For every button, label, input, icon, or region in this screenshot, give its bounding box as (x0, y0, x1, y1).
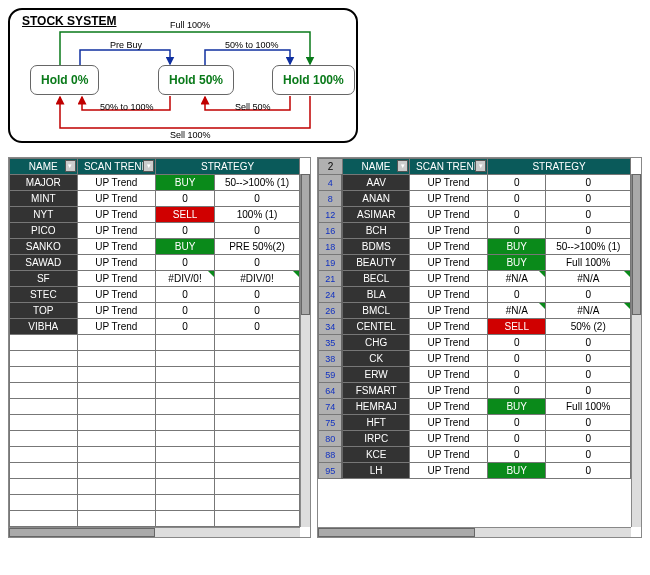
value-cell[interactable]: 0 (546, 335, 631, 351)
value-cell[interactable]: 0 (546, 367, 631, 383)
name-cell[interactable]: MINT (10, 191, 78, 207)
signal-cell[interactable]: 0 (156, 223, 215, 239)
name-cell[interactable]: BCH (342, 223, 409, 239)
value-cell[interactable]: PRE 50%(2) (214, 239, 299, 255)
rownum-cell[interactable]: 16 (319, 223, 343, 239)
scan-cell[interactable]: UP Trend (77, 191, 156, 207)
scan-cell[interactable]: UP Trend (410, 335, 488, 351)
scan-cell[interactable]: UP Trend (77, 255, 156, 271)
rownum-cell[interactable]: 88 (319, 447, 343, 463)
table-row[interactable]: NYTUP TrendSELL100% (1) (10, 207, 300, 223)
rownum-cell[interactable]: 19 (319, 255, 343, 271)
scan-cell[interactable]: UP Trend (410, 367, 488, 383)
value-cell[interactable]: 50-->100% (1) (214, 175, 299, 191)
value-cell[interactable]: Full 100% (546, 255, 631, 271)
rownum-cell[interactable]: 18 (319, 239, 343, 255)
signal-cell[interactable]: BUY (156, 239, 215, 255)
scan-cell[interactable]: UP Trend (410, 415, 488, 431)
name-cell[interactable]: HFT (342, 415, 409, 431)
rownum-cell[interactable]: 26 (319, 303, 343, 319)
table-row[interactable]: 12ASIMARUP Trend00 (319, 207, 631, 223)
dropdown-icon[interactable]: ▾ (143, 160, 154, 172)
scan-cell[interactable]: UP Trend (410, 383, 488, 399)
col-scan[interactable]: SCAN TREND▾ (410, 159, 488, 175)
table-row[interactable]: 74HEMRAJUP TrendBUYFull 100% (319, 399, 631, 415)
scan-cell[interactable]: UP Trend (77, 287, 156, 303)
value-cell[interactable]: 50-->100% (1) (546, 239, 631, 255)
rownum-cell[interactable]: 21 (319, 271, 343, 287)
table-row[interactable]: 75HFTUP Trend00 (319, 415, 631, 431)
value-cell[interactable]: #N/A (546, 271, 631, 287)
scan-cell[interactable]: UP Trend (410, 175, 488, 191)
scan-cell[interactable]: UP Trend (410, 319, 488, 335)
name-cell[interactable]: TOP (10, 303, 78, 319)
table-row[interactable] (10, 351, 300, 367)
rownum-cell[interactable]: 64 (319, 383, 343, 399)
scan-cell[interactable]: UP Trend (77, 303, 156, 319)
value-cell[interactable]: #N/A (546, 303, 631, 319)
signal-cell[interactable]: BUY (488, 255, 546, 271)
value-cell[interactable]: 0 (546, 463, 631, 479)
signal-cell[interactable]: 0 (488, 383, 546, 399)
rownum-cell[interactable]: 95 (319, 463, 343, 479)
table-row[interactable]: VIBHAUP Trend00 (10, 319, 300, 335)
name-cell[interactable]: SF (10, 271, 78, 287)
signal-cell[interactable]: 0 (488, 431, 546, 447)
table-row[interactable] (10, 463, 300, 479)
value-cell[interactable]: Full 100% (546, 399, 631, 415)
signal-cell[interactable]: #N/A (488, 271, 546, 287)
signal-cell[interactable]: #DIV/0! (156, 271, 215, 287)
scan-cell[interactable]: UP Trend (410, 223, 488, 239)
table-row[interactable]: 18BDMSUP TrendBUY50-->100% (1) (319, 239, 631, 255)
scan-cell[interactable]: UP Trend (410, 431, 488, 447)
table-row[interactable] (10, 495, 300, 511)
table-row[interactable]: 35CHGUP Trend00 (319, 335, 631, 351)
table-row[interactable]: 19BEAUTYUP TrendBUYFull 100% (319, 255, 631, 271)
scan-cell[interactable]: UP Trend (410, 447, 488, 463)
name-cell[interactable]: FSMART (342, 383, 409, 399)
name-cell[interactable]: BECL (342, 271, 409, 287)
table-row[interactable]: 88KCEUP Trend00 (319, 447, 631, 463)
scan-cell[interactable]: UP Trend (77, 175, 156, 191)
table-row[interactable]: 8ANANUP Trend00 (319, 191, 631, 207)
name-cell[interactable]: STEC (10, 287, 78, 303)
name-cell[interactable]: CHG (342, 335, 409, 351)
table-row[interactable]: 80IRPCUP Trend00 (319, 431, 631, 447)
name-cell[interactable]: SAWAD (10, 255, 78, 271)
signal-cell[interactable]: 0 (156, 319, 215, 335)
dropdown-icon[interactable]: ▾ (397, 160, 408, 172)
col-name[interactable]: NAME▾ (342, 159, 409, 175)
scan-cell[interactable]: UP Trend (410, 191, 488, 207)
signal-cell[interactable]: 0 (488, 287, 546, 303)
signal-cell[interactable]: BUY (488, 463, 546, 479)
table-row[interactable]: SANKOUP TrendBUYPRE 50%(2) (10, 239, 300, 255)
name-cell[interactable]: LH (342, 463, 409, 479)
table-row[interactable]: 95LHUP TrendBUY0 (319, 463, 631, 479)
rownum-header[interactable]: 2 (319, 159, 343, 175)
value-cell[interactable]: 0 (546, 223, 631, 239)
signal-cell[interactable]: 0 (488, 207, 546, 223)
name-cell[interactable]: ERW (342, 367, 409, 383)
name-cell[interactable]: CK (342, 351, 409, 367)
signal-cell[interactable]: 0 (156, 287, 215, 303)
name-cell[interactable]: VIBHA (10, 319, 78, 335)
name-cell[interactable]: BLA (342, 287, 409, 303)
right-grid[interactable]: 2 NAME▾ SCAN TREND▾ STRATEGY 4AAVUP Tren… (317, 157, 642, 538)
value-cell[interactable]: 0 (546, 175, 631, 191)
table-row[interactable]: SFUP Trend#DIV/0!#DIV/0! (10, 271, 300, 287)
value-cell[interactable]: 0 (546, 287, 631, 303)
value-cell[interactable]: 0 (546, 447, 631, 463)
table-row[interactable] (10, 367, 300, 383)
table-row[interactable]: 26BMCLUP Trend#N/A#N/A (319, 303, 631, 319)
table-row[interactable] (10, 431, 300, 447)
name-cell[interactable]: BMCL (342, 303, 409, 319)
col-strategy[interactable]: STRATEGY (156, 159, 300, 175)
signal-cell[interactable]: BUY (488, 239, 546, 255)
scan-cell[interactable]: UP Trend (410, 463, 488, 479)
name-cell[interactable]: NYT (10, 207, 78, 223)
name-cell[interactable]: BEAUTY (342, 255, 409, 271)
rownum-cell[interactable]: 4 (319, 175, 343, 191)
scan-cell[interactable]: UP Trend (410, 271, 488, 287)
signal-cell[interactable]: 0 (156, 191, 215, 207)
table-row[interactable]: PICOUP Trend00 (10, 223, 300, 239)
